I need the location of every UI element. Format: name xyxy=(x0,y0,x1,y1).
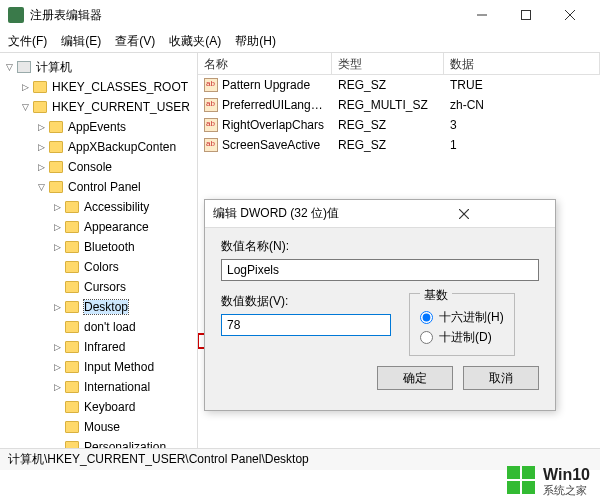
list-row[interactable]: PreferredUILangua...REG_MULTI_SZzh-CN xyxy=(198,95,600,115)
dialog-title-bar[interactable]: 编辑 DWORD (32 位)值 xyxy=(205,200,555,228)
tree-item[interactable]: ▷International xyxy=(0,377,197,397)
chevron-right-icon[interactable]: ▷ xyxy=(50,380,64,394)
folder-icon xyxy=(48,119,64,135)
ok-button[interactable]: 确定 xyxy=(377,366,453,390)
radix-hex-radio[interactable] xyxy=(420,311,433,324)
string-value-icon xyxy=(204,138,218,152)
minimize-button[interactable] xyxy=(460,0,504,30)
folder-icon xyxy=(48,179,64,195)
tree-item[interactable]: ▷Personalization xyxy=(0,437,197,448)
tree-item-label[interactable]: AppEvents xyxy=(68,120,126,134)
tree-item[interactable]: ▷Appearance xyxy=(0,217,197,237)
folder-icon xyxy=(32,99,48,115)
window-controls xyxy=(460,0,592,30)
tree-item-label[interactable]: HKEY_CURRENT_USER xyxy=(52,100,190,114)
close-button[interactable] xyxy=(548,0,592,30)
title-bar: 注册表编辑器 xyxy=(0,0,600,30)
tree-item-label[interactable]: Input Method xyxy=(84,360,154,374)
maximize-button[interactable] xyxy=(504,0,548,30)
chevron-right-icon[interactable]: ▷ xyxy=(50,340,64,354)
value-name-input[interactable] xyxy=(221,259,539,281)
menu-file[interactable]: 文件(F) xyxy=(8,33,47,50)
dialog-buttons: 确定 取消 xyxy=(205,366,555,400)
tree-item-label[interactable]: Mouse xyxy=(84,420,120,434)
list-row[interactable]: Pattern UpgradeREG_SZTRUE xyxy=(198,75,600,95)
tree-item-label[interactable]: Appearance xyxy=(84,220,149,234)
tree-item[interactable]: ▷Accessibility xyxy=(0,197,197,217)
chevron-right-icon[interactable]: ▷ xyxy=(18,80,32,94)
radix-dec-radio[interactable] xyxy=(420,331,433,344)
tree-item-label[interactable]: don't load xyxy=(84,320,136,334)
chevron-right-icon[interactable]: ▷ xyxy=(50,300,64,314)
tree-item[interactable]: ▷don't load xyxy=(0,317,197,337)
chevron-right-icon[interactable]: ▷ xyxy=(50,200,64,214)
chevron-right-icon[interactable]: ▷ xyxy=(50,240,64,254)
tree-item-label[interactable]: Control Panel xyxy=(68,180,141,194)
tree-item-label[interactable]: Console xyxy=(68,160,112,174)
tree-item-label[interactable]: Personalization xyxy=(84,440,166,448)
radix-legend: 基数 xyxy=(420,287,452,304)
col-header-type[interactable]: 类型 xyxy=(332,53,444,74)
tree-item-label[interactable]: Bluetooth xyxy=(84,240,135,254)
value-name: PreferredUILangua... xyxy=(222,98,332,112)
chevron-right-icon[interactable]: ▷ xyxy=(50,360,64,374)
col-header-name[interactable]: 名称 xyxy=(198,53,332,74)
menu-view[interactable]: 查看(V) xyxy=(115,33,155,50)
tree-item[interactable]: ▷HKEY_CLASSES_ROOT xyxy=(0,77,197,97)
tree-item-label[interactable]: Desktop xyxy=(84,300,128,314)
tree-item[interactable]: ▷AppXBackupConten xyxy=(0,137,197,157)
tree-item[interactable]: ▷Bluetooth xyxy=(0,237,197,257)
tree-item-label[interactable]: Keyboard xyxy=(84,400,135,414)
col-header-data[interactable]: 数据 xyxy=(444,53,600,74)
chevron-down-icon[interactable]: ▽ xyxy=(18,100,32,114)
chevron-right-icon[interactable]: ▷ xyxy=(34,140,48,154)
tree-item[interactable]: ▷Mouse xyxy=(0,417,197,437)
tree-item[interactable]: ▷Cursors xyxy=(0,277,197,297)
menu-edit[interactable]: 编辑(E) xyxy=(61,33,101,50)
string-value-icon xyxy=(204,118,218,132)
list-header: 名称 类型 数据 xyxy=(198,53,600,75)
tree-item[interactable]: ▷Keyboard xyxy=(0,397,197,417)
folder-icon xyxy=(64,379,80,395)
value-name-label: 数值名称(N): xyxy=(221,238,539,255)
value-data: 3 xyxy=(444,118,600,132)
tree-item[interactable]: ▷Console xyxy=(0,157,197,177)
chevron-down-icon[interactable]: ▽ xyxy=(34,180,48,194)
tree-item[interactable]: ▽HKEY_CURRENT_USER xyxy=(0,97,197,117)
folder-icon xyxy=(64,279,80,295)
radix-dec-option[interactable]: 十进制(D) xyxy=(420,327,504,347)
tree-item-label[interactable]: Cursors xyxy=(84,280,126,294)
tree-item[interactable]: ▷Desktop xyxy=(0,297,197,317)
chevron-right-icon[interactable]: ▷ xyxy=(34,160,48,174)
tree-item-label[interactable]: 计算机 xyxy=(36,59,72,76)
menu-help[interactable]: 帮助(H) xyxy=(235,33,276,50)
tree-item-label[interactable]: International xyxy=(84,380,150,394)
chevron-right-icon[interactable]: ▷ xyxy=(50,220,64,234)
tree-item[interactable]: ▷Input Method xyxy=(0,357,197,377)
dialog-close-button[interactable] xyxy=(380,201,547,227)
chevron-right-icon[interactable]: ▷ xyxy=(34,120,48,134)
tree-item[interactable]: ▷AppEvents xyxy=(0,117,197,137)
branding-line1: Win10 xyxy=(543,466,590,484)
value-data-label: 数值数据(V): xyxy=(221,293,391,310)
value-data-input[interactable] xyxy=(221,314,391,336)
tree-item-label[interactable]: AppXBackupConten xyxy=(68,140,176,154)
tree-pane[interactable]: ▽ 计算机 ▷HKEY_CLASSES_ROOT▽HKEY_CURRENT_US… xyxy=(0,53,198,448)
tree-root[interactable]: ▽ 计算机 xyxy=(0,57,197,77)
cancel-button[interactable]: 取消 xyxy=(463,366,539,390)
tree-item-label[interactable]: Colors xyxy=(84,260,119,274)
tree-item[interactable]: ▷Colors xyxy=(0,257,197,277)
list-row[interactable]: ScreenSaveActiveREG_SZ1 xyxy=(198,135,600,155)
list-row[interactable]: RightOverlapCharsREG_SZ3 xyxy=(198,115,600,135)
tree-item-label[interactable]: Accessibility xyxy=(84,200,149,214)
window-title: 注册表编辑器 xyxy=(30,7,460,24)
folder-icon xyxy=(64,339,80,355)
tree-item[interactable]: ▷Infrared xyxy=(0,337,197,357)
radix-hex-option[interactable]: 十六进制(H) xyxy=(420,307,504,327)
menu-favorites[interactable]: 收藏夹(A) xyxy=(169,33,221,50)
tree-item-label[interactable]: HKEY_CLASSES_ROOT xyxy=(52,80,188,94)
tree-item[interactable]: ▽Control Panel xyxy=(0,177,197,197)
chevron-down-icon[interactable]: ▽ xyxy=(2,60,16,74)
folder-icon xyxy=(64,259,80,275)
tree-item-label[interactable]: Infrared xyxy=(84,340,125,354)
